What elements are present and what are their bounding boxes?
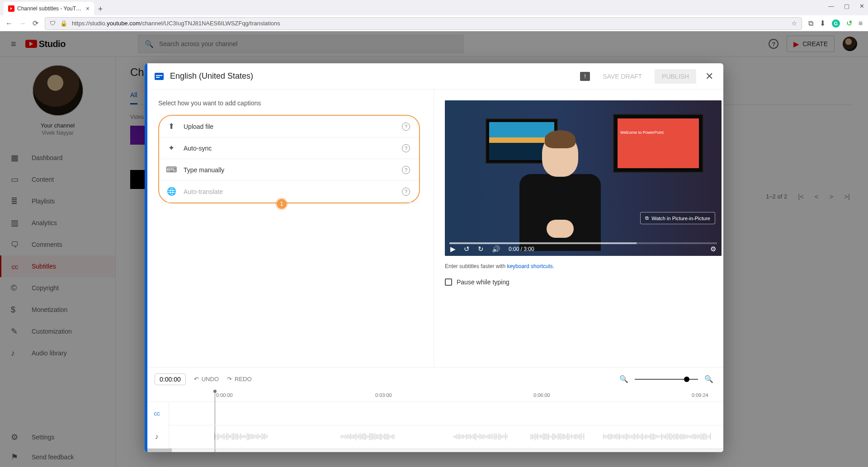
caption-track-icon[interactable]: ㏄ [145,402,169,425]
timeline-scrollbar[interactable] [145,448,723,452]
publish-button[interactable]: PUBLISH [655,69,696,84]
active-track-indicator [145,63,147,452]
ruler-label: 0:03:00 [375,392,392,398]
dialog-title: English (United States) [170,71,574,81]
caption-option-label: Type manually [184,166,224,174]
extension-icon[interactable]: ↺ [846,19,852,28]
option-help-icon[interactable]: ? [402,123,410,131]
annotation-badge: 1 [277,199,287,209]
redo-button[interactable]: ↷REDO [227,376,252,382]
play-icon[interactable]: ▶ [450,245,456,253]
audio-track[interactable] [169,425,723,449]
nav-forward-icon[interactable]: → [19,19,26,28]
audio-track-icon[interactable]: ♪ [145,425,169,449]
url-text: https://studio.youtube.com/channel/UC3Iu… [72,20,280,27]
tab-title: Channel subtitles - YouTube Stu [17,5,83,12]
caption-option-label: Upload file [184,123,213,130]
volume-icon[interactable]: 🔊 [492,245,500,253]
pause-while-typing-label: Pause while typing [457,278,509,286]
subtitle-editor-dialog: English (United States) ! SAVE DRAFT PUB… [145,63,723,452]
new-tab-button[interactable]: + [94,3,107,15]
subtitles-badge-icon [155,73,164,80]
video-monitor-right: Welcome to PowerPoint [613,114,703,173]
browser-menu-icon[interactable]: ≡ [859,19,863,28]
ruler-label: 0:09:24 [692,392,708,398]
window-maximize-icon[interactable]: ▢ [844,3,849,9]
pause-while-typing-checkbox[interactable] [445,278,452,286]
option-help-icon[interactable]: ? [402,188,410,196]
bookmark-star-icon[interactable]: ☆ [792,20,797,27]
caption-option-label: Auto-sync [184,145,212,152]
nav-back-icon[interactable]: ← [5,19,13,28]
shield-icon: 🛡 [50,20,56,27]
option-help-icon[interactable]: ? [402,166,410,174]
grammarly-icon[interactable]: G [832,19,840,28]
zoom-slider[interactable] [635,379,698,380]
pip-icon: ⧉ [645,215,649,221]
translate-icon: 🌐 [166,187,176,196]
zoom-in-icon[interactable]: 🔍 [704,375,713,383]
caption-option-upload-file[interactable]: ⬆Upload file? [159,116,419,137]
video-person [515,134,605,256]
save-draft-button[interactable]: SAVE DRAFT [603,73,642,80]
caption-option-label: Auto-translate [184,188,223,195]
keyboard-icon: ⌨ [166,165,176,175]
caption-option-type-manually[interactable]: ⌨Type manually? [159,159,419,181]
address-bar[interactable]: 🛡 🔒 https://studio.youtube.com/channel/U… [45,17,802,30]
forward-icon[interactable]: ↻ [478,245,484,253]
captions-instruction: Select how you want to add captions [158,99,420,107]
video-player[interactable]: Welcome to PowerPoint ⧉ Watch in Picture… [445,100,722,256]
auto-sync-icon: ✦ [166,143,176,153]
nav-reload-icon[interactable]: ⟳ [33,19,38,28]
rewind-icon[interactable]: ↺ [464,245,470,253]
lock-icon: 🔒 [60,20,67,27]
timeline-tracks: ㏄ ♪ [145,401,723,448]
undo-button[interactable]: ↶UNDO [194,376,219,382]
keyboard-shortcuts-link[interactable]: keyboard shortcuts [507,263,552,269]
caption-options-panel: ⬆Upload file?✦Auto-sync?⌨Type manually?🌐… [158,115,420,203]
zoom-out-icon[interactable]: 🔍 [619,375,628,383]
feedback-icon[interactable]: ! [580,72,590,81]
ruler-label: 0:00:00 [216,392,233,398]
undo-icon: ↶ [194,376,199,382]
window-close-icon[interactable]: ✕ [859,3,864,9]
ruler-label: 0:06:00 [533,392,550,398]
upload-icon: ⬆ [166,122,176,131]
browser-chrome: Channel subtitles - YouTube Stu × + — ▢ … [0,0,868,31]
pocket-icon[interactable]: ⧉ [808,19,813,28]
option-help-icon[interactable]: ? [402,144,410,152]
shortcut-hint: Enter subtitles faster with keyboard sho… [445,263,723,269]
caption-track[interactable] [169,402,723,425]
pip-button[interactable]: ⧉ Watch in Picture-in-Picture [640,212,715,224]
dialog-close-icon[interactable]: ✕ [705,71,713,82]
youtube-favicon [8,5,14,12]
downloads-icon[interactable]: ⬇ [820,19,826,28]
caption-option-auto-sync[interactable]: ✦Auto-sync? [159,137,419,159]
slide-text: Welcome to PowerPoint [620,130,664,135]
redo-icon: ↷ [227,376,232,382]
timeline-toolbar: 0:00:00 ↶UNDO ↷REDO 🔍 🔍 [145,367,723,391]
window-minimize-icon[interactable]: — [828,3,834,9]
video-scene: Welcome to PowerPoint ⧉ Watch in Picture… [445,100,722,256]
caption-option-auto-translate: 🌐Auto-translate? [159,181,419,203]
timeline-ruler[interactable]: 0:00:00 0:03:00 0:06:00 0:09:24 [145,391,723,401]
tab-close-icon[interactable]: × [86,5,90,12]
current-time-chip[interactable]: 0:00:00 [155,373,186,385]
browser-tab[interactable]: Channel subtitles - YouTube Stu × [4,2,94,15]
player-settings-icon[interactable]: ⚙ [710,245,716,253]
player-time: 0:00 / 3:00 [509,246,534,252]
